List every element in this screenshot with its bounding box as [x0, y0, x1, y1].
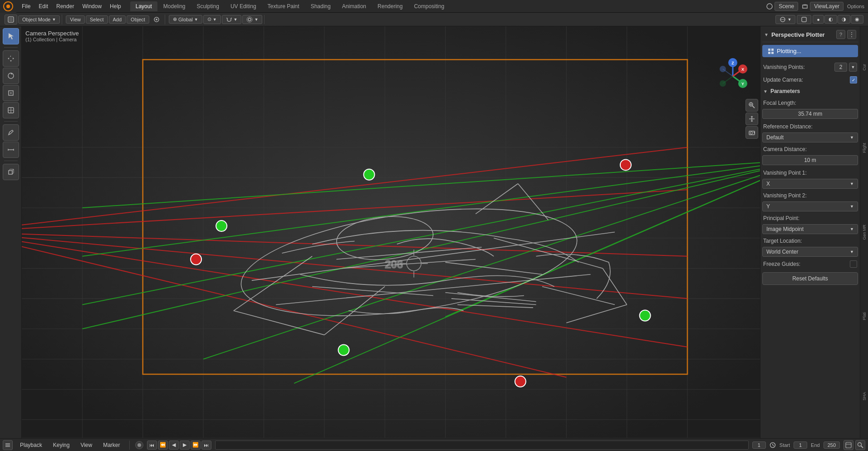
menu-file[interactable]: File	[18, 2, 34, 10]
vp2-handle-left[interactable]	[216, 221, 227, 231]
start-label: Start	[780, 442, 790, 448]
transform-tool-btn[interactable]	[3, 102, 19, 118]
step-fwd-btn[interactable]: ⏩	[191, 441, 201, 450]
freeze-guides-checkbox[interactable]	[850, 260, 857, 268]
vp2-handle-bottom[interactable]	[338, 344, 349, 355]
end-frame[interactable]: 250	[824, 441, 840, 449]
annotate-tool-btn[interactable]	[3, 124, 19, 141]
select-menu[interactable]: Select	[86, 15, 108, 24]
step-back-btn[interactable]: ⏪	[158, 441, 168, 450]
tab-rendering[interactable]: Rendering	[372, 1, 408, 11]
solid-shading[interactable]: ◐	[824, 15, 837, 24]
tab-texture-paint[interactable]: Texture Paint	[262, 1, 305, 11]
add-cube-btn[interactable]	[3, 164, 19, 180]
menu-edit[interactable]: Edit	[35, 2, 52, 10]
proportional-edit[interactable]: ▼	[242, 15, 262, 24]
vp2-handle-right[interactable]	[640, 310, 651, 321]
viewport-3d[interactable]: 206	[22, 26, 760, 438]
vp2-select[interactable]: Y ▼	[762, 201, 858, 211]
tab-layout[interactable]: Layout	[130, 1, 157, 11]
options-button[interactable]: Options	[847, 4, 864, 9]
tab-sculpting[interactable]: Sculpting	[191, 1, 225, 11]
marker-menu[interactable]: Marker	[99, 441, 123, 449]
focal-length-value[interactable]: 35.74 mm	[762, 109, 858, 119]
tab-uv-editing[interactable]: UV Editing	[225, 1, 262, 11]
reference-distance-select[interactable]: Default ▼	[762, 132, 858, 142]
jump-end-btn[interactable]: ⏭	[201, 441, 211, 450]
vp1-select[interactable]: X ▼	[762, 179, 858, 189]
rendered-shading[interactable]: ◉	[851, 15, 863, 24]
panel-title-text: Perspective Plotter	[771, 31, 825, 38]
reset-defaults-button[interactable]: Reset Defaults	[762, 272, 858, 285]
update-camera-checkbox[interactable]: ✓	[850, 76, 857, 83]
plotting-button[interactable]: Plotting...	[762, 45, 858, 57]
reference-distance-row: Reference Distance:	[762, 122, 858, 132]
strip-label-sha[interactable]: SHA	[862, 392, 867, 401]
strip-label-plati[interactable]: Plati	[862, 312, 867, 320]
pivot-dropdown[interactable]: ⊙ ▼	[203, 15, 221, 24]
keying-menu[interactable]: Keying	[49, 441, 74, 449]
menu-render[interactable]: Render	[53, 2, 78, 10]
clock-icon-group	[770, 442, 776, 448]
move-tool-btn[interactable]	[3, 50, 19, 67]
scene-selector[interactable]: Scene	[775, 2, 798, 11]
target-location-select[interactable]: World Center ▼	[762, 247, 858, 257]
object-menu[interactable]: Object	[127, 15, 149, 24]
snap-toggle[interactable]: ▼	[222, 15, 242, 24]
tab-compositing[interactable]: Compositing	[408, 1, 450, 11]
measure-tool-btn[interactable]	[3, 142, 19, 158]
jump-start-btn[interactable]: ⏮	[147, 441, 157, 450]
overlay-dropdown[interactable]: ▼	[775, 15, 795, 24]
play-back-btn[interactable]: ◀	[169, 441, 179, 450]
menu-window[interactable]: Window	[78, 2, 105, 10]
target-location-label: Target Location:	[763, 238, 802, 244]
viewport-shading-btn[interactable]	[5, 15, 17, 25]
menu-help[interactable]: Help	[106, 2, 125, 10]
start-frame[interactable]: 1	[794, 441, 807, 449]
tab-animation[interactable]: Animation	[337, 1, 372, 11]
vanishing-points-value[interactable]: 2	[834, 63, 847, 72]
strip-label-gen[interactable]: Gen MR	[862, 225, 867, 240]
scale-tool-btn[interactable]	[3, 85, 19, 101]
view-menu[interactable]: View	[66, 15, 85, 24]
play-btn[interactable]: ▶	[180, 441, 190, 450]
record-btn[interactable]	[135, 441, 143, 449]
camera-btn[interactable]	[745, 126, 758, 139]
add-menu[interactable]: Add	[109, 15, 126, 24]
snap-icon[interactable]	[150, 15, 163, 25]
pan-btn[interactable]	[745, 113, 758, 125]
parameters-section[interactable]: ▼ Parameters	[762, 86, 858, 96]
vp1-handle-left[interactable]	[191, 254, 201, 265]
editor-type-btn[interactable]	[843, 440, 853, 450]
panel-menu-btn[interactable]: ⋮	[847, 30, 856, 39]
vanishing-points-dropdown[interactable]: ▼	[849, 63, 857, 72]
timeline-type-icon[interactable]	[3, 440, 13, 450]
vp1-handle-top-right[interactable]	[620, 159, 631, 170]
strip-label-cur[interactable]: Cur	[862, 64, 867, 71]
strip-label-flight[interactable]: Flight	[862, 143, 867, 153]
principal-point-select[interactable]: Image Midpoint ▼	[762, 224, 858, 234]
current-frame[interactable]: 1	[752, 441, 766, 449]
vp1-handle-bottom[interactable]	[515, 376, 526, 387]
view-menu-timeline[interactable]: View	[77, 441, 96, 449]
select-tool-btn[interactable]	[3, 28, 19, 44]
material-shading[interactable]: ◑	[838, 15, 850, 24]
svg-point-101	[720, 66, 726, 72]
playback-menu[interactable]: Playback	[16, 441, 46, 449]
viewlayer-selector[interactable]: ViewLayer	[810, 2, 843, 11]
viewport-gizmo[interactable]: Z Y X	[715, 58, 751, 94]
xray-toggle[interactable]	[797, 15, 811, 24]
wireframe-shading[interactable]: ●	[813, 15, 824, 24]
search-btn[interactable]	[855, 440, 865, 450]
object-mode-dropdown[interactable]: Object Mode ▼	[18, 15, 60, 24]
timeline-scrubber[interactable]	[215, 441, 749, 450]
vp2-handle-top[interactable]	[363, 169, 374, 180]
panel-help-btn[interactable]: ?	[836, 30, 845, 39]
camera-distance-value[interactable]: 10 m	[762, 155, 858, 165]
rotate-tool-btn[interactable]	[3, 68, 19, 84]
svg-point-12	[247, 17, 252, 22]
zoom-fit-btn[interactable]	[745, 99, 758, 112]
tab-shading[interactable]: Shading	[305, 1, 336, 11]
transform-orientation-dropdown[interactable]: ⊕ Global ▼	[169, 15, 202, 24]
tab-modeling[interactable]: Modeling	[158, 1, 191, 11]
